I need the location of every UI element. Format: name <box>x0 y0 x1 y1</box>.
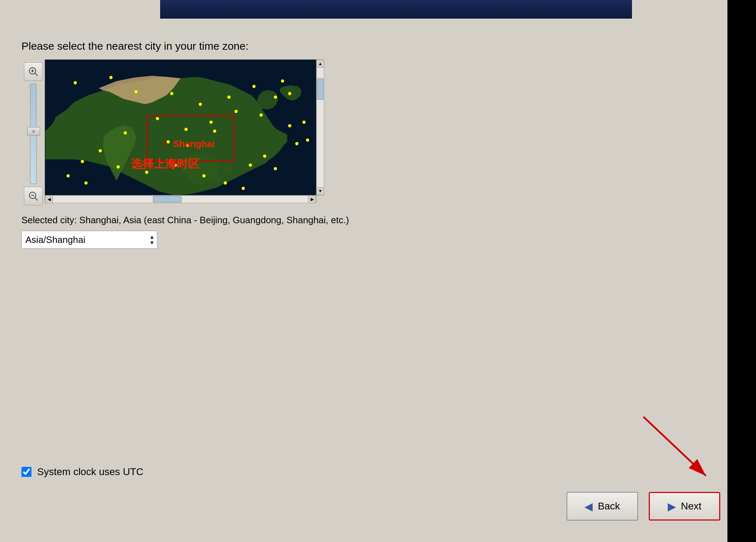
svg-line-5 <box>35 198 38 200</box>
city-dot[interactable] <box>117 165 120 169</box>
city-dot[interactable] <box>274 96 277 99</box>
shanghai-marker: ✕ <box>162 139 168 148</box>
city-dot[interactable] <box>281 79 284 83</box>
city-dot[interactable] <box>227 96 231 99</box>
city-dot[interactable] <box>109 76 113 79</box>
next-icon: ▶ <box>668 500 676 513</box>
map-scrollbar-vertical[interactable]: ▲ ▼ <box>316 59 324 195</box>
map-scrollbar-horizontal[interactable]: ◀ ▶ <box>45 195 316 203</box>
scroll-track-h[interactable] <box>53 196 308 203</box>
scroll-up-arrow[interactable]: ▲ <box>316 60 324 68</box>
city-dot[interactable] <box>302 121 306 124</box>
timezone-select-wrapper[interactable]: Asia/Shanghai Asia/Beijing Asia/Tokyo UT… <box>21 231 157 249</box>
zoom-out-button[interactable] <box>24 187 43 205</box>
timezone-select[interactable]: Asia/Shanghai Asia/Beijing Asia/Tokyo UT… <box>21 231 157 249</box>
city-dot[interactable] <box>295 142 298 145</box>
top-bar <box>160 0 632 19</box>
city-dot[interactable] <box>170 92 173 95</box>
city-dot[interactable] <box>274 167 277 170</box>
city-dot[interactable] <box>234 110 238 113</box>
overlay-annotation-text: 选择上海时区 <box>131 156 199 172</box>
zoom-slider-track[interactable] <box>30 84 36 184</box>
city-dot[interactable] <box>199 103 202 106</box>
scroll-corner <box>316 195 324 203</box>
city-dot[interactable] <box>74 81 77 84</box>
city-dot[interactable] <box>124 131 127 135</box>
next-button[interactable]: ▶ Next <box>649 492 720 521</box>
annotation-arrow <box>633 406 722 495</box>
map-area: ✕ Shanghai 选择上海时区 ▲ ▼ <box>45 59 324 203</box>
city-dot[interactable] <box>288 92 291 95</box>
city-dot[interactable] <box>260 113 263 117</box>
city-dot[interactable] <box>99 149 102 152</box>
zoom-controls <box>21 59 45 208</box>
back-button[interactable]: ◀ Back <box>567 492 638 521</box>
city-dot[interactable] <box>288 124 291 127</box>
back-icon: ◀ <box>584 500 593 513</box>
utc-label: System clock uses UTC <box>37 466 143 478</box>
city-dot[interactable] <box>84 181 88 185</box>
city-dot[interactable] <box>263 155 266 158</box>
selected-city-label: Selected city: Shanghai, Asia (east Chin… <box>21 215 735 226</box>
back-label: Back <box>598 501 620 512</box>
city-dot[interactable] <box>249 163 252 167</box>
utc-row[interactable]: System clock uses UTC <box>21 466 143 478</box>
city-dot[interactable] <box>66 174 70 177</box>
zoom-in-button[interactable] <box>24 62 43 81</box>
svg-line-1 <box>35 73 38 76</box>
scroll-right-arrow[interactable]: ▶ <box>308 195 316 203</box>
next-label: Next <box>681 501 702 512</box>
zoom-slider-thumb[interactable] <box>27 127 40 136</box>
scroll-left-arrow[interactable]: ◀ <box>45 195 53 203</box>
scroll-down-arrow[interactable]: ▼ <box>316 187 324 195</box>
right-strip <box>727 0 756 542</box>
map-wrapper: ✕ Shanghai 选择上海时区 ▲ ▼ <box>21 59 735 208</box>
scroll-thumb-v[interactable] <box>317 78 323 100</box>
utc-checkbox[interactable] <box>21 467 31 477</box>
map-container[interactable]: ✕ Shanghai 选择上海时区 <box>45 59 316 195</box>
city-dot[interactable] <box>81 160 84 163</box>
shanghai-label: Shanghai <box>173 138 215 150</box>
svg-line-9 <box>643 417 706 476</box>
city-dot[interactable] <box>202 174 206 177</box>
city-dot[interactable] <box>306 138 309 142</box>
scrollbar-h-row: ◀ ▶ <box>45 195 324 203</box>
city-dot[interactable] <box>242 187 245 190</box>
city-dot[interactable] <box>224 181 227 185</box>
bottom-buttons: ◀ Back ▶ Next <box>567 492 720 521</box>
city-dot[interactable] <box>134 90 138 93</box>
city-dot[interactable] <box>252 85 256 88</box>
instruction-label: Please select the nearest city in your t… <box>21 40 735 52</box>
scroll-track-v[interactable] <box>317 68 324 187</box>
scroll-thumb-h[interactable] <box>153 196 182 202</box>
